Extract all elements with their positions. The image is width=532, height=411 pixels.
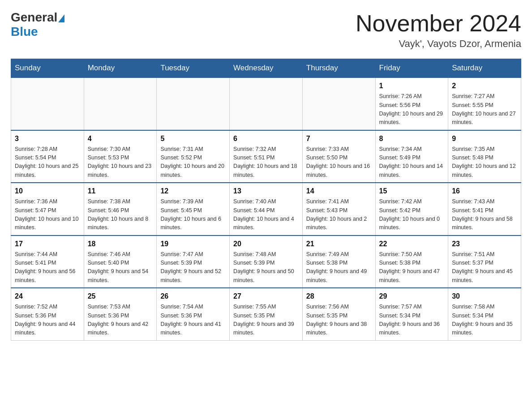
calendar-cell: 8Sunrise: 7:34 AMSunset: 5:49 PMDaylight… bbox=[375, 130, 448, 183]
calendar-cell: 25Sunrise: 7:53 AMSunset: 5:36 PMDayligh… bbox=[84, 288, 157, 340]
day-info: Sunrise: 7:46 AMSunset: 5:40 PMDaylight:… bbox=[88, 250, 153, 285]
calendar-cell: 12Sunrise: 7:39 AMSunset: 5:45 PMDayligh… bbox=[157, 183, 230, 235]
day-info: Sunrise: 7:53 AMSunset: 5:36 PMDaylight:… bbox=[88, 303, 153, 338]
calendar-cell bbox=[230, 77, 303, 130]
day-number: 26 bbox=[160, 291, 226, 302]
calendar-header-row: SundayMondayTuesdayWednesdayThursdayFrid… bbox=[11, 59, 521, 78]
day-number: 15 bbox=[379, 186, 445, 197]
day-number: 17 bbox=[15, 239, 80, 249]
day-info: Sunrise: 7:30 AMSunset: 5:53 PMDaylight:… bbox=[88, 145, 153, 180]
weekday-header-friday: Friday bbox=[375, 59, 448, 78]
day-number: 25 bbox=[88, 291, 153, 302]
day-info: Sunrise: 7:56 AMSunset: 5:35 PMDaylight:… bbox=[306, 303, 372, 338]
day-info: Sunrise: 7:41 AMSunset: 5:43 PMDaylight:… bbox=[306, 197, 372, 232]
day-number: 21 bbox=[306, 239, 372, 249]
calendar-table: SundayMondayTuesdayWednesdayThursdayFrid… bbox=[11, 59, 521, 341]
day-number: 20 bbox=[233, 239, 299, 249]
day-number: 18 bbox=[88, 239, 153, 249]
day-info: Sunrise: 7:54 AMSunset: 5:36 PMDaylight:… bbox=[160, 303, 226, 338]
week-row-2: 3Sunrise: 7:28 AMSunset: 5:54 PMDaylight… bbox=[11, 130, 521, 183]
day-number: 14 bbox=[306, 186, 372, 197]
calendar-cell: 2Sunrise: 7:27 AMSunset: 5:55 PMDaylight… bbox=[448, 77, 521, 130]
month-title: November 2024 bbox=[356, 11, 521, 36]
logo-general-text: General bbox=[11, 11, 64, 25]
calendar-cell: 16Sunrise: 7:43 AMSunset: 5:41 PMDayligh… bbox=[448, 183, 521, 235]
calendar-cell bbox=[302, 77, 375, 130]
day-info: Sunrise: 7:44 AMSunset: 5:41 PMDaylight:… bbox=[15, 250, 80, 285]
calendar-cell bbox=[11, 77, 84, 130]
day-number: 3 bbox=[15, 133, 80, 144]
weekday-header-tuesday: Tuesday bbox=[157, 59, 230, 78]
calendar-cell: 11Sunrise: 7:38 AMSunset: 5:46 PMDayligh… bbox=[84, 183, 157, 235]
day-info: Sunrise: 7:55 AMSunset: 5:35 PMDaylight:… bbox=[233, 303, 299, 338]
day-info: Sunrise: 7:35 AMSunset: 5:48 PMDaylight:… bbox=[452, 145, 517, 180]
day-info: Sunrise: 7:42 AMSunset: 5:42 PMDaylight:… bbox=[379, 197, 445, 232]
calendar-cell: 28Sunrise: 7:56 AMSunset: 5:35 PMDayligh… bbox=[302, 288, 375, 340]
week-row-4: 17Sunrise: 7:44 AMSunset: 5:41 PMDayligh… bbox=[11, 235, 521, 288]
day-number: 9 bbox=[452, 133, 517, 144]
calendar-cell: 21Sunrise: 7:49 AMSunset: 5:38 PMDayligh… bbox=[302, 235, 375, 288]
day-info: Sunrise: 7:49 AMSunset: 5:38 PMDaylight:… bbox=[306, 250, 372, 285]
day-info: Sunrise: 7:43 AMSunset: 5:41 PMDaylight:… bbox=[452, 197, 517, 232]
day-number: 19 bbox=[160, 239, 226, 249]
weekday-header-wednesday: Wednesday bbox=[230, 59, 303, 78]
calendar-cell: 4Sunrise: 7:30 AMSunset: 5:53 PMDaylight… bbox=[84, 130, 157, 183]
title-area: November 2024 Vayk', Vayots Dzor, Armeni… bbox=[356, 11, 521, 50]
day-info: Sunrise: 7:26 AMSunset: 5:56 PMDaylight:… bbox=[379, 92, 445, 127]
day-number: 7 bbox=[306, 133, 372, 144]
calendar-cell: 15Sunrise: 7:42 AMSunset: 5:42 PMDayligh… bbox=[375, 183, 448, 235]
day-info: Sunrise: 7:36 AMSunset: 5:47 PMDaylight:… bbox=[15, 197, 80, 232]
calendar-cell: 23Sunrise: 7:51 AMSunset: 5:37 PMDayligh… bbox=[448, 235, 521, 288]
calendar-cell: 5Sunrise: 7:31 AMSunset: 5:52 PMDaylight… bbox=[157, 130, 230, 183]
day-info: Sunrise: 7:33 AMSunset: 5:50 PMDaylight:… bbox=[306, 145, 372, 180]
day-info: Sunrise: 7:28 AMSunset: 5:54 PMDaylight:… bbox=[15, 145, 80, 180]
day-info: Sunrise: 7:50 AMSunset: 5:38 PMDaylight:… bbox=[379, 250, 445, 285]
day-info: Sunrise: 7:57 AMSunset: 5:34 PMDaylight:… bbox=[379, 303, 445, 338]
day-number: 24 bbox=[15, 291, 80, 302]
day-number: 23 bbox=[452, 239, 517, 249]
day-number: 8 bbox=[379, 133, 445, 144]
day-info: Sunrise: 7:40 AMSunset: 5:44 PMDaylight:… bbox=[233, 197, 299, 232]
day-info: Sunrise: 7:27 AMSunset: 5:55 PMDaylight:… bbox=[452, 92, 517, 127]
day-number: 6 bbox=[233, 133, 299, 144]
calendar-cell: 7Sunrise: 7:33 AMSunset: 5:50 PMDaylight… bbox=[302, 130, 375, 183]
weekday-header-sunday: Sunday bbox=[11, 59, 84, 78]
day-number: 11 bbox=[88, 186, 153, 197]
calendar-cell: 30Sunrise: 7:58 AMSunset: 5:34 PMDayligh… bbox=[448, 288, 521, 340]
day-number: 28 bbox=[306, 291, 372, 302]
weekday-header-saturday: Saturday bbox=[448, 59, 521, 78]
calendar-cell: 27Sunrise: 7:55 AMSunset: 5:35 PMDayligh… bbox=[230, 288, 303, 340]
day-info: Sunrise: 7:51 AMSunset: 5:37 PMDaylight:… bbox=[452, 250, 517, 285]
week-row-5: 24Sunrise: 7:52 AMSunset: 5:36 PMDayligh… bbox=[11, 288, 521, 340]
day-number: 12 bbox=[160, 186, 226, 197]
calendar-cell bbox=[84, 77, 157, 130]
calendar-cell: 13Sunrise: 7:40 AMSunset: 5:44 PMDayligh… bbox=[230, 183, 303, 235]
day-number: 1 bbox=[379, 81, 445, 91]
calendar-cell: 19Sunrise: 7:47 AMSunset: 5:39 PMDayligh… bbox=[157, 235, 230, 288]
day-number: 2 bbox=[452, 81, 517, 91]
calendar-cell: 17Sunrise: 7:44 AMSunset: 5:41 PMDayligh… bbox=[11, 235, 84, 288]
day-number: 22 bbox=[379, 239, 445, 249]
day-number: 27 bbox=[233, 291, 299, 302]
calendar-cell: 18Sunrise: 7:46 AMSunset: 5:40 PMDayligh… bbox=[84, 235, 157, 288]
day-number: 30 bbox=[452, 291, 517, 302]
logo-blue-text: Blue bbox=[11, 25, 38, 39]
calendar-cell bbox=[157, 77, 230, 130]
day-info: Sunrise: 7:39 AMSunset: 5:45 PMDaylight:… bbox=[160, 197, 226, 232]
calendar-cell: 10Sunrise: 7:36 AMSunset: 5:47 PMDayligh… bbox=[11, 183, 84, 235]
day-number: 4 bbox=[88, 133, 153, 144]
calendar-cell: 1Sunrise: 7:26 AMSunset: 5:56 PMDaylight… bbox=[375, 77, 448, 130]
calendar-cell: 26Sunrise: 7:54 AMSunset: 5:36 PMDayligh… bbox=[157, 288, 230, 340]
weekday-header-monday: Monday bbox=[84, 59, 157, 78]
calendar-cell: 24Sunrise: 7:52 AMSunset: 5:36 PMDayligh… bbox=[11, 288, 84, 340]
day-info: Sunrise: 7:58 AMSunset: 5:34 PMDaylight:… bbox=[452, 303, 517, 338]
calendar-cell: 3Sunrise: 7:28 AMSunset: 5:54 PMDaylight… bbox=[11, 130, 84, 183]
week-row-1: 1Sunrise: 7:26 AMSunset: 5:56 PMDaylight… bbox=[11, 77, 521, 130]
day-info: Sunrise: 7:52 AMSunset: 5:36 PMDaylight:… bbox=[15, 303, 80, 338]
day-info: Sunrise: 7:32 AMSunset: 5:51 PMDaylight:… bbox=[233, 145, 299, 180]
weekday-header-thursday: Thursday bbox=[302, 59, 375, 78]
calendar-cell: 29Sunrise: 7:57 AMSunset: 5:34 PMDayligh… bbox=[375, 288, 448, 340]
day-number: 29 bbox=[379, 291, 445, 302]
calendar-cell: 14Sunrise: 7:41 AMSunset: 5:43 PMDayligh… bbox=[302, 183, 375, 235]
day-info: Sunrise: 7:38 AMSunset: 5:46 PMDaylight:… bbox=[88, 197, 153, 232]
